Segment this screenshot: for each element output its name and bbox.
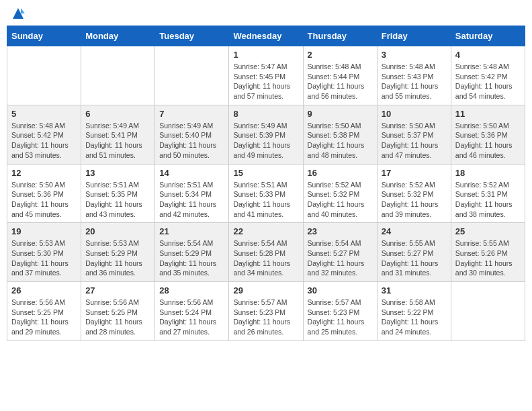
calendar-cell: 16Sunrise: 5:52 AM Sunset: 5:32 PM Dayli…	[303, 164, 377, 223]
day-info: Sunrise: 5:51 AM Sunset: 5:35 PM Dayligh…	[85, 180, 150, 220]
day-number: 29	[233, 285, 298, 295]
day-info: Sunrise: 5:55 AM Sunset: 5:27 PM Dayligh…	[382, 238, 447, 278]
calendar-cell: 30Sunrise: 5:57 AM Sunset: 5:23 PM Dayli…	[303, 282, 377, 341]
day-number: 18	[455, 168, 521, 178]
day-info: Sunrise: 5:57 AM Sunset: 5:23 PM Dayligh…	[308, 298, 373, 337]
calendar-cell: 24Sunrise: 5:55 AM Sunset: 5:27 PM Dayli…	[377, 223, 451, 282]
calendar-cell	[451, 282, 525, 341]
day-info: Sunrise: 5:48 AM Sunset: 5:42 PM Dayligh…	[11, 121, 77, 161]
day-number: 16	[308, 168, 373, 178]
calendar-cell: 10Sunrise: 5:50 AM Sunset: 5:37 PM Dayli…	[377, 105, 451, 164]
day-info: Sunrise: 5:50 AM Sunset: 5:38 PM Dayligh…	[308, 121, 373, 161]
day-info: Sunrise: 5:51 AM Sunset: 5:34 PM Dayligh…	[159, 180, 224, 220]
day-header-tuesday: Tuesday	[155, 26, 229, 46]
day-number: 6	[85, 109, 150, 119]
day-info: Sunrise: 5:50 AM Sunset: 5:37 PM Dayligh…	[382, 121, 447, 161]
calendar-cell: 14Sunrise: 5:51 AM Sunset: 5:34 PM Dayli…	[155, 164, 229, 223]
day-number: 15	[233, 168, 298, 178]
day-number: 24	[382, 226, 447, 236]
day-number: 31	[382, 285, 447, 295]
day-info: Sunrise: 5:52 AM Sunset: 5:32 PM Dayligh…	[308, 180, 373, 220]
day-header-thursday: Thursday	[303, 26, 377, 46]
day-info: Sunrise: 5:54 AM Sunset: 5:27 PM Dayligh…	[308, 238, 373, 278]
calendar-cell: 22Sunrise: 5:54 AM Sunset: 5:28 PM Dayli…	[229, 223, 303, 282]
week-row-4: 19Sunrise: 5:53 AM Sunset: 5:30 PM Dayli…	[7, 223, 525, 282]
calendar-cell: 20Sunrise: 5:53 AM Sunset: 5:29 PM Dayli…	[81, 223, 155, 282]
day-header-monday: Monday	[81, 26, 155, 46]
calendar-cell: 18Sunrise: 5:52 AM Sunset: 5:31 PM Dayli…	[451, 164, 525, 223]
calendar-cell	[155, 46, 229, 105]
day-info: Sunrise: 5:48 AM Sunset: 5:43 PM Dayligh…	[382, 62, 447, 101]
day-header-sunday: Sunday	[7, 26, 81, 46]
day-info: Sunrise: 5:52 AM Sunset: 5:31 PM Dayligh…	[455, 180, 521, 220]
calendar-cell	[7, 46, 81, 105]
day-number: 21	[159, 226, 224, 236]
logo	[10, 7, 25, 20]
calendar-cell: 3Sunrise: 5:48 AM Sunset: 5:43 PM Daylig…	[377, 46, 451, 105]
day-info: Sunrise: 5:49 AM Sunset: 5:40 PM Dayligh…	[159, 121, 224, 161]
day-number: 12	[11, 168, 77, 178]
day-number: 27	[85, 285, 150, 295]
day-number: 23	[308, 226, 373, 236]
day-info: Sunrise: 5:47 AM Sunset: 5:45 PM Dayligh…	[233, 62, 298, 101]
calendar-cell: 5Sunrise: 5:48 AM Sunset: 5:42 PM Daylig…	[7, 105, 81, 164]
day-number: 4	[455, 50, 521, 60]
day-number: 28	[159, 285, 224, 295]
week-row-1: 1Sunrise: 5:47 AM Sunset: 5:45 PM Daylig…	[7, 46, 525, 105]
calendar-cell: 15Sunrise: 5:51 AM Sunset: 5:33 PM Dayli…	[229, 164, 303, 223]
day-number: 2	[308, 50, 373, 60]
day-info: Sunrise: 5:51 AM Sunset: 5:33 PM Dayligh…	[233, 180, 298, 220]
day-info: Sunrise: 5:56 AM Sunset: 5:25 PM Dayligh…	[85, 298, 150, 337]
calendar-cell	[81, 46, 155, 105]
day-info: Sunrise: 5:54 AM Sunset: 5:29 PM Dayligh…	[159, 238, 224, 278]
day-number: 5	[11, 109, 77, 119]
calendar-cell: 23Sunrise: 5:54 AM Sunset: 5:27 PM Dayli…	[303, 223, 377, 282]
svg-marker-1	[21, 8, 25, 13]
day-info: Sunrise: 5:54 AM Sunset: 5:28 PM Dayligh…	[233, 238, 298, 278]
calendar-table: SundayMondayTuesdayWednesdayThursdayFrid…	[7, 26, 525, 341]
week-row-3: 12Sunrise: 5:50 AM Sunset: 5:36 PM Dayli…	[7, 164, 525, 223]
calendar-cell: 19Sunrise: 5:53 AM Sunset: 5:30 PM Dayli…	[7, 223, 81, 282]
day-number: 19	[11, 226, 77, 236]
calendar-cell: 21Sunrise: 5:54 AM Sunset: 5:29 PM Dayli…	[155, 223, 229, 282]
day-number: 7	[159, 109, 224, 119]
day-number: 22	[233, 226, 298, 236]
calendar-cell: 9Sunrise: 5:50 AM Sunset: 5:38 PM Daylig…	[303, 105, 377, 164]
calendar-cell: 4Sunrise: 5:48 AM Sunset: 5:42 PM Daylig…	[451, 46, 525, 105]
calendar-cell: 13Sunrise: 5:51 AM Sunset: 5:35 PM Dayli…	[81, 164, 155, 223]
day-number: 1	[233, 50, 298, 60]
calendar-cell: 2Sunrise: 5:48 AM Sunset: 5:44 PM Daylig…	[303, 46, 377, 105]
day-header-saturday: Saturday	[451, 26, 525, 46]
day-number: 3	[382, 50, 447, 60]
week-row-5: 26Sunrise: 5:56 AM Sunset: 5:25 PM Dayli…	[7, 282, 525, 341]
week-row-2: 5Sunrise: 5:48 AM Sunset: 5:42 PM Daylig…	[7, 105, 525, 164]
calendar-cell: 7Sunrise: 5:49 AM Sunset: 5:40 PM Daylig…	[155, 105, 229, 164]
calendar-cell: 28Sunrise: 5:56 AM Sunset: 5:24 PM Dayli…	[155, 282, 229, 341]
day-number: 26	[11, 285, 77, 295]
day-number: 14	[159, 168, 224, 178]
day-info: Sunrise: 5:53 AM Sunset: 5:29 PM Dayligh…	[85, 238, 150, 278]
day-number: 17	[382, 168, 447, 178]
day-number: 9	[308, 109, 373, 119]
day-info: Sunrise: 5:49 AM Sunset: 5:41 PM Dayligh…	[85, 121, 150, 161]
day-number: 11	[455, 109, 521, 119]
day-info: Sunrise: 5:52 AM Sunset: 5:32 PM Dayligh…	[382, 180, 447, 220]
calendar-cell: 1Sunrise: 5:47 AM Sunset: 5:45 PM Daylig…	[229, 46, 303, 105]
calendar-cell: 29Sunrise: 5:57 AM Sunset: 5:23 PM Dayli…	[229, 282, 303, 341]
calendar-cell: 27Sunrise: 5:56 AM Sunset: 5:25 PM Dayli…	[81, 282, 155, 341]
day-info: Sunrise: 5:57 AM Sunset: 5:23 PM Dayligh…	[233, 298, 298, 337]
day-number: 10	[382, 109, 447, 119]
calendar-cell: 11Sunrise: 5:50 AM Sunset: 5:36 PM Dayli…	[451, 105, 525, 164]
day-info: Sunrise: 5:49 AM Sunset: 5:39 PM Dayligh…	[233, 121, 298, 161]
day-number: 30	[308, 285, 373, 295]
day-info: Sunrise: 5:48 AM Sunset: 5:42 PM Dayligh…	[455, 62, 521, 101]
calendar-cell: 17Sunrise: 5:52 AM Sunset: 5:32 PM Dayli…	[377, 164, 451, 223]
day-info: Sunrise: 5:48 AM Sunset: 5:44 PM Dayligh…	[308, 62, 373, 101]
day-info: Sunrise: 5:58 AM Sunset: 5:22 PM Dayligh…	[382, 298, 447, 337]
day-number: 13	[85, 168, 150, 178]
calendar-cell: 26Sunrise: 5:56 AM Sunset: 5:25 PM Dayli…	[7, 282, 81, 341]
day-number: 20	[85, 226, 150, 236]
day-info: Sunrise: 5:56 AM Sunset: 5:24 PM Dayligh…	[159, 298, 224, 337]
day-info: Sunrise: 5:55 AM Sunset: 5:26 PM Dayligh…	[455, 238, 521, 278]
day-info: Sunrise: 5:53 AM Sunset: 5:30 PM Dayligh…	[11, 238, 77, 278]
